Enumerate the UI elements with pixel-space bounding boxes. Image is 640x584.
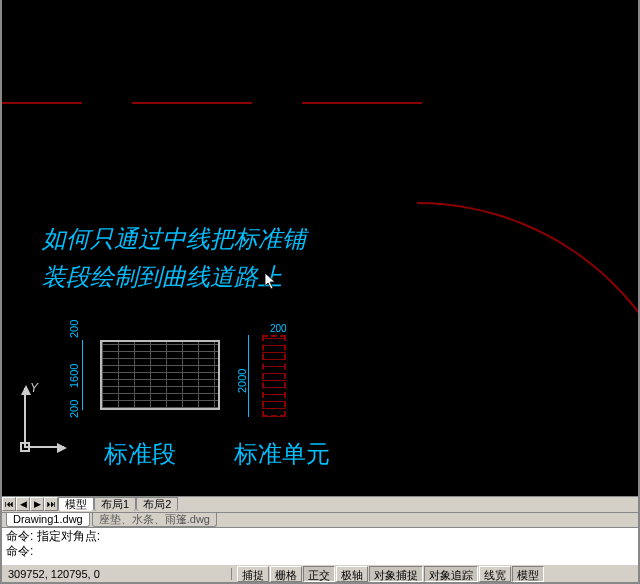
drawing-canvas[interactable]: 如何只通过中线把标准铺 装段绘制到曲线道路上 200 1600 200 2000… bbox=[2, 0, 638, 496]
hatch-rectangle bbox=[100, 340, 220, 410]
ucs-y-label: Y bbox=[30, 381, 38, 395]
tab-next-button[interactable]: ▶ bbox=[30, 497, 44, 511]
bottom-panel: ⏮ ◀ ▶ ⏭ 模型 布局1 布局2 Drawing1.dwg 座垫、水条、雨篷… bbox=[2, 496, 638, 582]
file-tab-bar: Drawing1.dwg 座垫、水条、雨篷.dwg bbox=[2, 512, 638, 528]
unit-label: 标准单元 bbox=[234, 438, 330, 470]
toggle-otrack[interactable]: 对象追踪 bbox=[424, 566, 478, 582]
toggle-lineweight[interactable]: 线宽 bbox=[479, 566, 511, 582]
road-line-segment bbox=[302, 102, 422, 104]
road-line-segment bbox=[2, 102, 82, 104]
tab-prev-button[interactable]: ◀ bbox=[16, 497, 30, 511]
road-line-segment bbox=[132, 102, 252, 104]
standard-unit-block: 2000 200 bbox=[262, 335, 286, 417]
command-panel[interactable]: 命令: 指定对角点: 命令: bbox=[2, 527, 638, 564]
toggle-ortho[interactable]: 正交 bbox=[303, 566, 335, 582]
annotation-text: 如何只通过中线把标准铺 装段绘制到曲线道路上 bbox=[42, 220, 306, 297]
ucs-icon: Y bbox=[12, 376, 72, 456]
dim-value: 200 bbox=[68, 320, 80, 338]
toggle-snap[interactable]: 捕捉 bbox=[237, 566, 269, 582]
command-history-line: 命令: 指定对角点: bbox=[6, 529, 634, 544]
standard-segment-block: 200 1600 200 bbox=[100, 340, 220, 410]
annotation-line2: 装段绘制到曲线道路上 bbox=[42, 258, 306, 296]
toggle-polar[interactable]: 极轴 bbox=[336, 566, 368, 582]
dim-value: 2000 bbox=[236, 369, 248, 393]
annotation-line1: 如何只通过中线把标准铺 bbox=[42, 220, 306, 258]
tab-layout2[interactable]: 布局2 bbox=[136, 497, 178, 511]
dim-line bbox=[82, 340, 83, 410]
segment-label: 标准段 bbox=[104, 438, 176, 470]
tab-model[interactable]: 模型 bbox=[58, 497, 94, 511]
file-tab-inactive[interactable]: 座垫、水条、雨篷.dwg bbox=[92, 513, 217, 527]
toggle-grid[interactable]: 栅格 bbox=[270, 566, 302, 582]
status-bar: 309752, 120795, 0 捕捉 栅格 正交 极轴 对象捕捉 对象追踪 … bbox=[2, 564, 638, 582]
unit-column bbox=[262, 335, 286, 417]
tab-first-button[interactable]: ⏮ bbox=[2, 497, 16, 511]
toggle-osnap[interactable]: 对象捕捉 bbox=[369, 566, 423, 582]
layout-tab-bar: ⏮ ◀ ▶ ⏭ 模型 布局1 布局2 bbox=[2, 496, 638, 512]
dim-line bbox=[248, 335, 249, 417]
tab-last-button[interactable]: ⏭ bbox=[44, 497, 58, 511]
toggle-model[interactable]: 模型 bbox=[512, 566, 544, 582]
dim-value: 200 bbox=[270, 323, 287, 334]
tab-layout1[interactable]: 布局1 bbox=[94, 497, 136, 511]
coords-readout: 309752, 120795, 0 bbox=[2, 568, 232, 580]
file-tab-active[interactable]: Drawing1.dwg bbox=[6, 513, 90, 527]
command-prompt-line: 命令: bbox=[6, 544, 634, 559]
